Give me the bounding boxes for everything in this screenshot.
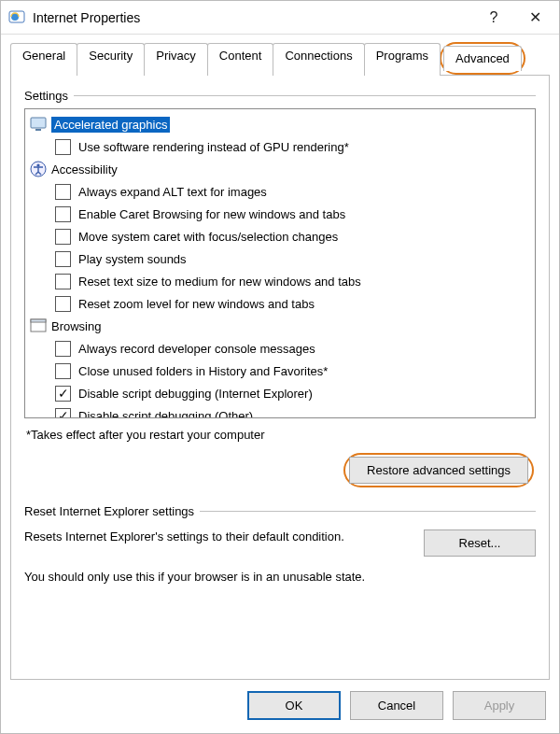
checkbox[interactable] bbox=[55, 251, 71, 267]
dialog-button-bar: OK Cancel Apply bbox=[1, 680, 559, 733]
tree-category-label: Browsing bbox=[51, 319, 101, 333]
tree-item[interactable]: Close unused folders in History and Favo… bbox=[27, 360, 533, 382]
tree-item-label: Close unused folders in History and Favo… bbox=[78, 364, 328, 378]
tab-programs[interactable]: Programs bbox=[364, 43, 441, 76]
tab-label: General bbox=[22, 49, 65, 63]
window-title: Internet Properties bbox=[33, 10, 473, 25]
tree-category-label: Accelerated graphics bbox=[51, 117, 170, 133]
tree-item[interactable]: Disable script debugging (Other) bbox=[27, 404, 533, 417]
groupbox-header-settings: Settings bbox=[24, 89, 536, 103]
restore-advanced-settings-button[interactable]: Restore advanced settings bbox=[349, 457, 528, 484]
tab-label: Content bbox=[219, 49, 262, 63]
settings-tree-container: Accelerated graphicsUse software renderi… bbox=[24, 108, 536, 418]
reset-description: Resets Internet Explorer's settings to t… bbox=[24, 529, 413, 543]
checkbox[interactable] bbox=[55, 184, 71, 200]
checkbox[interactable] bbox=[55, 274, 71, 289]
settings-group: Settings Accelerated graphicsUse softwar… bbox=[24, 89, 536, 504]
apply-button[interactable]: Apply bbox=[453, 691, 546, 720]
monitor-icon bbox=[29, 115, 48, 134]
ok-button[interactable]: OK bbox=[247, 691, 341, 720]
close-button[interactable]: ✕ bbox=[514, 4, 555, 32]
tree-item-label: Disable script debugging (Other) bbox=[78, 409, 253, 418]
tab-connections[interactable]: Connections bbox=[273, 43, 364, 76]
tabstrip: General Security Privacy Content Connect… bbox=[1, 35, 559, 75]
window-icon bbox=[29, 317, 48, 335]
tree-item-label: Reset text size to medium for new window… bbox=[78, 275, 361, 289]
groupbox-header-reset: Reset Internet Explorer settings bbox=[24, 504, 536, 518]
tree-item-label: Move system caret with focus/selection c… bbox=[78, 230, 338, 244]
checkbox[interactable] bbox=[55, 386, 71, 402]
app-icon bbox=[8, 9, 25, 26]
groupbox-title: Reset Internet Explorer settings bbox=[24, 504, 194, 518]
tab-content[interactable]: Content bbox=[207, 43, 274, 76]
tab-label: Advanced bbox=[455, 51, 510, 65]
svg-rect-3 bbox=[35, 129, 41, 131]
tab-label: Privacy bbox=[156, 49, 196, 63]
tree-item[interactable]: Reset text size to medium for new window… bbox=[27, 270, 533, 292]
tree-item-label: Always expand ALT text for images bbox=[78, 185, 267, 199]
tab-general[interactable]: General bbox=[10, 43, 77, 76]
tab-security[interactable]: Security bbox=[77, 43, 145, 76]
tree-item[interactable]: Use software rendering instead of GPU re… bbox=[27, 135, 533, 158]
tree-item-label: Enable Caret Browsing for new windows an… bbox=[78, 207, 345, 221]
svg-point-5 bbox=[36, 163, 39, 166]
settings-tree[interactable]: Accelerated graphicsUse software renderi… bbox=[25, 109, 535, 417]
tree-category[interactable]: Accelerated graphics bbox=[27, 113, 533, 135]
tab-label: Programs bbox=[376, 49, 428, 63]
groupbox-title: Settings bbox=[24, 89, 68, 103]
reset-button[interactable]: Reset... bbox=[424, 529, 536, 557]
tree-category-label: Accessibility bbox=[51, 162, 118, 176]
cancel-button[interactable]: Cancel bbox=[350, 691, 443, 720]
restart-footnote: *Takes effect after you restart your com… bbox=[26, 428, 536, 442]
tree-item-label: Use software rendering instead of GPU re… bbox=[78, 140, 349, 154]
groupbox-rule bbox=[200, 511, 536, 512]
checkbox[interactable] bbox=[55, 341, 71, 357]
tree-item[interactable]: Play system sounds bbox=[27, 247, 533, 270]
help-button[interactable]: ? bbox=[473, 4, 514, 32]
reset-warning: You should only use this if your browser… bbox=[24, 570, 536, 584]
tree-item[interactable]: Enable Caret Browsing for new windows an… bbox=[27, 203, 533, 225]
tree-item[interactable]: Disable script debugging (Internet Explo… bbox=[27, 382, 533, 404]
checkbox[interactable] bbox=[55, 296, 71, 312]
tab-label: Security bbox=[89, 49, 133, 63]
tree-item-label: Play system sounds bbox=[78, 252, 187, 266]
tab-panel-advanced: Settings Accelerated graphicsUse softwar… bbox=[10, 75, 550, 680]
tree-item[interactable]: Move system caret with focus/selection c… bbox=[27, 225, 533, 247]
tab-label: Connections bbox=[285, 49, 352, 63]
tree-item[interactable]: Reset zoom level for new windows and tab… bbox=[27, 292, 533, 315]
svg-rect-2 bbox=[31, 118, 46, 128]
checkbox[interactable] bbox=[55, 363, 71, 379]
svg-rect-7 bbox=[31, 319, 46, 322]
tree-category[interactable]: Browsing bbox=[27, 315, 533, 337]
highlight-ring-restore-button: Restore advanced settings bbox=[343, 453, 534, 487]
checkbox[interactable] bbox=[55, 139, 71, 155]
tree-category[interactable]: Accessibility bbox=[27, 158, 533, 180]
tree-item-label: Reset zoom level for new windows and tab… bbox=[78, 297, 315, 311]
titlebar: Internet Properties ? ✕ bbox=[1, 1, 559, 35]
highlight-ring-advanced-tab: Advanced bbox=[440, 42, 525, 75]
groupbox-rule bbox=[74, 95, 536, 96]
checkbox[interactable] bbox=[55, 229, 71, 245]
tree-item[interactable]: Always record developer console messages bbox=[27, 337, 533, 360]
tree-item[interactable]: Always expand ALT text for images bbox=[27, 180, 533, 203]
tab-privacy[interactable]: Privacy bbox=[144, 43, 208, 76]
accessibility-icon bbox=[29, 160, 48, 178]
tree-item-label: Always record developer console messages bbox=[78, 342, 315, 356]
tree-item-label: Disable script debugging (Internet Explo… bbox=[78, 387, 313, 401]
reset-group: Reset Internet Explorer settings Resets … bbox=[24, 504, 536, 584]
tab-advanced[interactable]: Advanced bbox=[443, 46, 522, 71]
checkbox[interactable] bbox=[55, 408, 71, 418]
checkbox[interactable] bbox=[55, 206, 71, 222]
